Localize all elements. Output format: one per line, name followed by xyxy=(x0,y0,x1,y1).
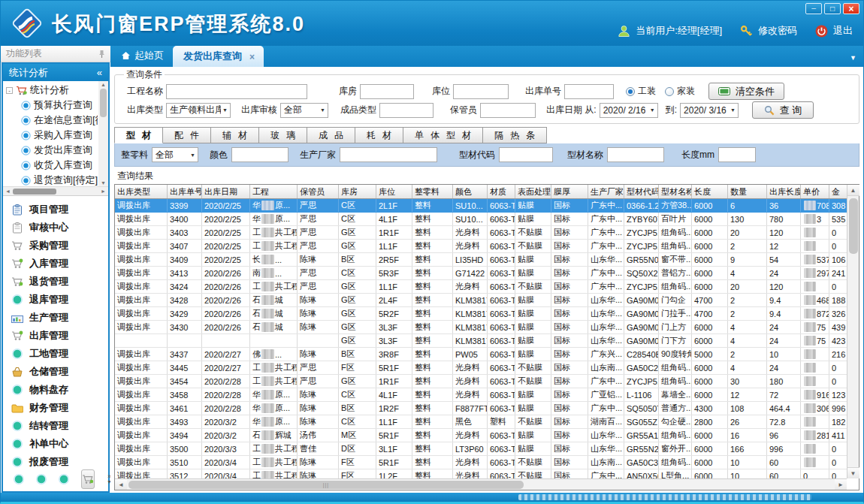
grid-vertical-scrollbar[interactable] xyxy=(847,185,859,478)
scroll-right-icon[interactable] xyxy=(835,479,847,490)
scroll-thumb[interactable]: ||| xyxy=(128,481,524,489)
profile-name-input[interactable] xyxy=(607,147,664,162)
radio-jiazhuang[interactable]: 家装 xyxy=(665,85,695,98)
scroll-left-icon[interactable] xyxy=(115,479,127,490)
table-row[interactable]: 调拨出库35122020/3/4工共工程陈琳F区1L2F整料光身料6063-T5… xyxy=(115,469,847,478)
out-type-select[interactable]: 生产领料出库 xyxy=(166,103,231,118)
tree-item[interactable]: 采购入库查询 xyxy=(6,128,98,143)
col-header-material[interactable]: 材质 xyxy=(488,185,515,198)
profile-code-input[interactable] xyxy=(499,147,553,162)
scroll-up-icon[interactable] xyxy=(847,185,859,196)
material-tab[interactable]: 型材 xyxy=(114,127,163,143)
module-menu-item[interactable]: 退库管理 xyxy=(3,291,108,309)
col-header-length[interactable]: 长度 xyxy=(692,185,728,198)
scroll-thumb[interactable] xyxy=(13,189,56,195)
minimize-button[interactable] xyxy=(805,3,822,14)
module-menu-item[interactable]: 项目管理 xyxy=(3,201,108,219)
material-tab[interactable]: 隔热条 xyxy=(483,127,547,143)
close-button[interactable] xyxy=(843,3,859,14)
col-header-out-date[interactable]: 出库日期 xyxy=(202,185,250,198)
scroll-down-icon[interactable] xyxy=(847,467,859,478)
col-header-quantity[interactable]: 数量 xyxy=(728,185,767,198)
table-row[interactable]: G区3L3F整料KLM38176063-T5贴膜国标山东华...GA90M09.… xyxy=(115,334,847,348)
col-header-color[interactable]: 颜色 xyxy=(453,185,488,198)
collapse-icon[interactable] xyxy=(97,67,102,78)
pin-icon[interactable] xyxy=(98,50,105,59)
table-row[interactable]: 调拨出库34932020/3/2华原...陈琳C区1L1F整料黑色塑料不贴膜国标… xyxy=(115,415,847,429)
tree-item[interactable]: 退货查询[待定] xyxy=(6,173,98,186)
module-menu-item[interactable]: 入库管理 xyxy=(3,255,108,273)
table-row[interactable]: 调拨出库34282020/2/26石城陈琳G区2L4F整料KLM38176063… xyxy=(115,294,847,307)
tree-item[interactable]: 预算执行查询 xyxy=(6,98,98,113)
col-header-out-length[interactable]: 出库长度 xyxy=(767,185,801,198)
length-input[interactable] xyxy=(718,147,756,162)
order-no-input[interactable] xyxy=(564,84,614,99)
sidebar-section-header[interactable]: 统计分析 xyxy=(3,64,108,81)
audit-select[interactable]: 全部 xyxy=(280,103,328,118)
tree-vertical-scrollbar[interactable] xyxy=(98,81,108,186)
table-row[interactable]: 调拨出库34292020/2/26石城陈琳G区5R2F整料KLM38176063… xyxy=(115,307,847,321)
table-row[interactable]: 调拨出库34132020/2/26南...严思C区5R3F整料G71422606… xyxy=(115,267,847,280)
change-password-link[interactable]: 修改密码 xyxy=(758,24,797,38)
col-header-manufacturer[interactable]: 生产厂家 xyxy=(588,185,624,198)
material-tab[interactable]: 玻璃 xyxy=(259,127,307,143)
tree-item[interactable]: 发货出库查询 xyxy=(6,143,98,158)
col-header-warehouse[interactable]: 库房 xyxy=(339,185,376,198)
material-tab[interactable]: 成品 xyxy=(307,127,355,143)
clear-conditions-button[interactable]: 清空条件 xyxy=(708,83,784,100)
module-dot-icon[interactable] xyxy=(36,474,47,484)
date-to-picker[interactable]: 2020/ 3/16 xyxy=(680,103,739,118)
col-header-out-type[interactable]: 出库类型 xyxy=(115,185,168,198)
grid-horizontal-scrollbar[interactable]: ||| xyxy=(115,478,847,490)
table-row[interactable]: 调拨出库34542020/2/28工共工程严思G区1R1F整料光身料6063-T… xyxy=(115,375,847,388)
module-menu-item[interactable]: 仓储管理 xyxy=(3,363,108,381)
tree-horizontal-scrollbar[interactable] xyxy=(3,186,108,196)
col-header-keeper[interactable]: 保管员 xyxy=(298,185,339,198)
warehouse-input[interactable] xyxy=(360,84,414,99)
scroll-thumb[interactable] xyxy=(849,198,858,254)
tab-shipping-outbound-query[interactable]: 发货出库查询 xyxy=(173,46,264,67)
module-menu-item[interactable]: 工地管理 xyxy=(3,345,108,363)
table-row[interactable]: 调拨出库34452020/2/27工共工程严思F区5R1F整料光身料6063-T… xyxy=(115,361,847,375)
tab-close-icon[interactable] xyxy=(249,51,255,62)
module-dot-icon[interactable] xyxy=(59,474,69,484)
table-row[interactable]: 调拨出库34612020/2/28华原...陈琳B区1R2F整料F8877FT6… xyxy=(115,402,847,415)
date-from-picker[interactable]: 2020/ 2/16 xyxy=(600,103,658,118)
table-row[interactable]: 调拨出库35002020/3/3工共工程曹佳D区3L1F整料LT3P606063… xyxy=(115,442,847,456)
table-row[interactable]: 调拨出库34242020/2/26工共工程严思G区1L1F整料光身料6063-T… xyxy=(115,280,847,294)
table-row[interactable]: 调拨出库34302020/2/26石城陈琳G区3L3F整料KLM38176063… xyxy=(115,321,847,334)
scroll-right-icon[interactable] xyxy=(101,189,106,194)
col-header-whole-part[interactable]: 整零料 xyxy=(412,185,453,198)
table-row[interactable]: 调拨出库34092020/2/25长...陈琳B区2R5F整料LI35HD606… xyxy=(115,253,847,267)
scroll-up-icon[interactable] xyxy=(101,82,106,87)
module-menu-item[interactable]: 报废管理 xyxy=(3,453,108,469)
module-menu-item[interactable]: 结转管理 xyxy=(3,417,108,435)
module-menu-item[interactable]: 生产管理 xyxy=(3,309,108,327)
scroll-thumb[interactable] xyxy=(100,89,107,117)
col-header-film-thickness[interactable]: 膜厚 xyxy=(551,185,588,198)
module-menu-item[interactable]: 物料盘存 xyxy=(3,381,108,399)
table-row[interactable]: 调拨出库34032020/2/25工共工程严思G区1R1F整料光身料6063-T… xyxy=(115,226,847,240)
table-row[interactable]: 调拨出库34002020/2/25华原...严思C区4L1F整料SU10...6… xyxy=(115,213,847,226)
module-menu-item[interactable]: 出库管理 xyxy=(3,327,108,345)
module-dot-icon[interactable] xyxy=(14,474,24,484)
cart-module-button[interactable] xyxy=(81,469,95,489)
project-name-input[interactable] xyxy=(166,84,307,99)
tab-list-dropdown-icon[interactable] xyxy=(850,54,856,62)
tree-root-statistics[interactable]: - 统计分析 xyxy=(6,83,98,98)
radio-gongzhuang[interactable]: 工装 xyxy=(626,85,656,98)
col-header-order-no[interactable]: 出库单号 xyxy=(168,185,202,198)
scroll-left-icon[interactable] xyxy=(5,189,11,194)
table-row[interactable]: 调拨出库34942020/3/2石辉城汤伟M区5R1F整料光身料6063-T5贴… xyxy=(115,429,847,442)
color-input[interactable] xyxy=(231,147,289,162)
col-header-unit-price[interactable]: 单价 xyxy=(801,185,829,198)
module-menu-item[interactable]: 采购管理 xyxy=(3,237,108,255)
col-header-profile-name[interactable]: 型材名称 xyxy=(659,185,692,198)
manufacturer-input[interactable] xyxy=(340,147,437,162)
module-menu-item[interactable]: 财务管理 xyxy=(3,399,108,417)
expander-icon[interactable]: - xyxy=(6,87,13,94)
table-row[interactable]: 调拨出库33992020/2/25华原...严思C区2L1F整料SU10...6… xyxy=(115,199,847,213)
location-input[interactable] xyxy=(453,84,509,99)
table-row[interactable]: 调拨出库35102020/3/4工共工程陈琳F区5R1F整料光身料6063-T5… xyxy=(115,456,847,469)
col-header-location[interactable]: 库位 xyxy=(376,185,412,198)
